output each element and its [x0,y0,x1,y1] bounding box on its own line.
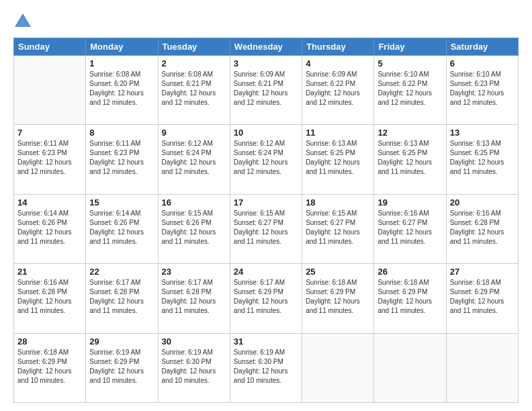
calendar: SundayMondayTuesdayWednesdayThursdayFrid… [13,38,519,403]
calendar-cell: 11Sunrise: 6:13 AM Sunset: 6:25 PM Dayli… [302,125,374,194]
day-header-tuesday: Tuesday [158,38,230,56]
logo [13,12,35,31]
day-info: Sunrise: 6:09 AM Sunset: 6:21 PM Dayligh… [234,70,298,107]
calendar-cell: 22Sunrise: 6:17 AM Sunset: 6:28 PM Dayli… [86,264,158,333]
calendar-cell: 10Sunrise: 6:12 AM Sunset: 6:24 PM Dayli… [230,125,302,194]
header [13,12,519,31]
day-number: 20 [450,197,515,208]
calendar-cell: 27Sunrise: 6:18 AM Sunset: 6:29 PM Dayli… [446,264,518,333]
day-info: Sunrise: 6:15 AM Sunset: 6:26 PM Dayligh… [162,209,226,246]
day-number: 7 [17,128,82,138]
day-info: Sunrise: 6:14 AM Sunset: 6:26 PM Dayligh… [89,209,154,246]
calendar-cell: 25Sunrise: 6:18 AM Sunset: 6:29 PM Dayli… [302,264,374,333]
calendar-cell: 20Sunrise: 6:16 AM Sunset: 6:28 PM Dayli… [446,194,518,263]
day-number: 29 [89,336,154,347]
day-info: Sunrise: 6:18 AM Sunset: 6:29 PM Dayligh… [306,278,370,316]
day-number: 28 [17,336,82,347]
day-number: 22 [89,267,154,277]
day-number: 30 [162,336,226,347]
day-header-saturday: Saturday [446,38,518,56]
calendar-cell: 23Sunrise: 6:17 AM Sunset: 6:28 PM Dayli… [158,264,230,333]
day-info: Sunrise: 6:17 AM Sunset: 6:28 PM Dayligh… [162,278,226,316]
day-number: 27 [450,267,515,277]
day-number: 4 [306,58,370,68]
day-number: 13 [450,128,515,138]
day-info: Sunrise: 6:19 AM Sunset: 6:30 PM Dayligh… [162,348,226,385]
calendar-cell: 13Sunrise: 6:13 AM Sunset: 6:25 PM Dayli… [446,125,518,194]
calendar-cell: 9Sunrise: 6:12 AM Sunset: 6:24 PM Daylig… [158,125,230,194]
day-info: Sunrise: 6:12 AM Sunset: 6:24 PM Dayligh… [234,139,298,177]
day-number: 18 [306,197,370,208]
day-number: 11 [306,128,370,138]
calendar-cell: 6Sunrise: 6:10 AM Sunset: 6:23 PM Daylig… [446,56,518,125]
logo-icon [13,12,32,31]
day-number: 19 [378,197,442,208]
day-number: 17 [234,197,298,208]
calendar-cell: 16Sunrise: 6:15 AM Sunset: 6:26 PM Dayli… [158,194,230,263]
calendar-week-5: 28Sunrise: 6:18 AM Sunset: 6:29 PM Dayli… [14,333,519,402]
day-info: Sunrise: 6:10 AM Sunset: 6:22 PM Dayligh… [378,70,442,107]
calendar-cell: 14Sunrise: 6:14 AM Sunset: 6:26 PM Dayli… [14,194,86,263]
day-info: Sunrise: 6:19 AM Sunset: 6:30 PM Dayligh… [234,348,298,385]
day-number: 14 [17,197,82,208]
day-info: Sunrise: 6:11 AM Sunset: 6:23 PM Dayligh… [89,139,154,177]
calendar-cell: 3Sunrise: 6:09 AM Sunset: 6:21 PM Daylig… [230,56,302,125]
day-number: 23 [162,267,226,277]
calendar-cell: 19Sunrise: 6:16 AM Sunset: 6:27 PM Dayli… [374,194,446,263]
day-info: Sunrise: 6:08 AM Sunset: 6:21 PM Dayligh… [162,70,226,107]
day-header-thursday: Thursday [302,38,374,56]
calendar-week-3: 14Sunrise: 6:14 AM Sunset: 6:26 PM Dayli… [14,194,519,263]
calendar-cell: 7Sunrise: 6:11 AM Sunset: 6:23 PM Daylig… [14,125,86,194]
calendar-cell: 15Sunrise: 6:14 AM Sunset: 6:26 PM Dayli… [86,194,158,263]
day-info: Sunrise: 6:17 AM Sunset: 6:28 PM Dayligh… [89,278,154,316]
day-info: Sunrise: 6:10 AM Sunset: 6:23 PM Dayligh… [450,70,515,107]
day-info: Sunrise: 6:18 AM Sunset: 6:29 PM Dayligh… [450,278,515,316]
day-number: 5 [378,58,442,68]
day-info: Sunrise: 6:14 AM Sunset: 6:26 PM Dayligh… [17,209,82,246]
day-info: Sunrise: 6:13 AM Sunset: 6:25 PM Dayligh… [378,139,442,177]
day-info: Sunrise: 6:16 AM Sunset: 6:28 PM Dayligh… [17,278,82,316]
day-number: 21 [17,267,82,277]
day-number: 31 [234,336,298,347]
day-info: Sunrise: 6:17 AM Sunset: 6:29 PM Dayligh… [234,278,298,316]
day-number: 12 [378,128,442,138]
day-number: 9 [162,128,226,138]
day-number: 24 [234,267,298,277]
calendar-cell: 29Sunrise: 6:19 AM Sunset: 6:29 PM Dayli… [86,333,158,402]
day-number: 26 [378,267,442,277]
calendar-cell: 4Sunrise: 6:09 AM Sunset: 6:22 PM Daylig… [302,56,374,125]
page: SundayMondayTuesdayWednesdayThursdayFrid… [0,0,532,411]
day-info: Sunrise: 6:15 AM Sunset: 6:27 PM Dayligh… [234,209,298,246]
calendar-cell: 28Sunrise: 6:18 AM Sunset: 6:29 PM Dayli… [14,333,86,402]
calendar-header-row: SundayMondayTuesdayWednesdayThursdayFrid… [14,38,519,56]
day-number: 3 [234,58,298,68]
day-info: Sunrise: 6:13 AM Sunset: 6:25 PM Dayligh… [306,139,370,177]
day-header-wednesday: Wednesday [230,38,302,56]
day-header-sunday: Sunday [14,38,86,56]
calendar-cell: 26Sunrise: 6:18 AM Sunset: 6:29 PM Dayli… [374,264,446,333]
calendar-cell: 2Sunrise: 6:08 AM Sunset: 6:21 PM Daylig… [158,56,230,125]
calendar-cell: 24Sunrise: 6:17 AM Sunset: 6:29 PM Dayli… [230,264,302,333]
day-info: Sunrise: 6:16 AM Sunset: 6:28 PM Dayligh… [450,209,515,246]
day-number: 2 [162,58,226,68]
calendar-cell: 21Sunrise: 6:16 AM Sunset: 6:28 PM Dayli… [14,264,86,333]
calendar-cell [446,333,518,402]
day-number: 25 [306,267,370,277]
calendar-week-2: 7Sunrise: 6:11 AM Sunset: 6:23 PM Daylig… [14,125,519,194]
calendar-week-1: 1Sunrise: 6:08 AM Sunset: 6:20 PM Daylig… [14,56,519,125]
day-number: 8 [89,128,154,138]
day-info: Sunrise: 6:11 AM Sunset: 6:23 PM Dayligh… [17,139,82,177]
day-info: Sunrise: 6:16 AM Sunset: 6:27 PM Dayligh… [378,209,442,246]
calendar-cell [374,333,446,402]
day-info: Sunrise: 6:08 AM Sunset: 6:20 PM Dayligh… [89,70,154,107]
calendar-cell: 8Sunrise: 6:11 AM Sunset: 6:23 PM Daylig… [86,125,158,194]
calendar-cell: 17Sunrise: 6:15 AM Sunset: 6:27 PM Dayli… [230,194,302,263]
day-info: Sunrise: 6:09 AM Sunset: 6:22 PM Dayligh… [306,70,370,107]
day-header-monday: Monday [86,38,158,56]
day-info: Sunrise: 6:12 AM Sunset: 6:24 PM Dayligh… [162,139,226,177]
calendar-cell [14,56,86,125]
calendar-cell: 18Sunrise: 6:15 AM Sunset: 6:27 PM Dayli… [302,194,374,263]
day-header-friday: Friday [374,38,446,56]
day-info: Sunrise: 6:19 AM Sunset: 6:29 PM Dayligh… [89,348,154,385]
calendar-cell: 12Sunrise: 6:13 AM Sunset: 6:25 PM Dayli… [374,125,446,194]
